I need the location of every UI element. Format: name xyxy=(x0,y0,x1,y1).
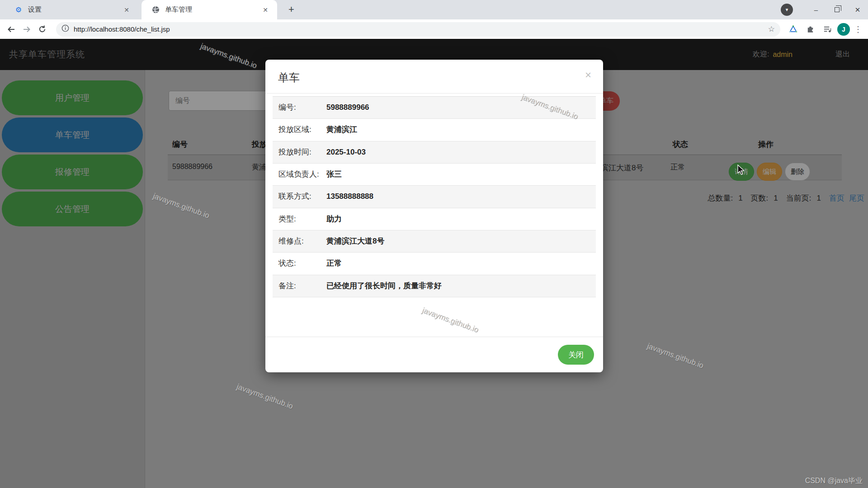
detail-label: 维修点: xyxy=(278,235,321,247)
detail-label: 联系方式: xyxy=(278,191,321,202)
detail-label: 投放区域: xyxy=(278,124,321,136)
detail-row: 联系方式: 13588888888 xyxy=(273,186,596,208)
forward-icon[interactable] xyxy=(19,22,34,37)
new-tab-button[interactable]: + xyxy=(285,4,298,15)
search-tabs-icon[interactable]: ▾ xyxy=(781,4,793,16)
modal-close-button[interactable]: 关闭 xyxy=(558,345,594,365)
close-window-button[interactable]: ✕ xyxy=(847,0,868,19)
extensions-puzzle-icon[interactable] xyxy=(803,22,817,37)
bookmark-star-icon[interactable]: ☆ xyxy=(768,24,775,34)
detail-value: 黄浦滨江 xyxy=(326,124,357,136)
browser-toolbar: http://localhost:8080/che_list.jsp ☆ J ⋮ xyxy=(0,19,868,39)
web-page: 共享单车管理系统 欢迎: admin 退出 用户管理单车管理报修管理公告管理 添… xyxy=(0,39,868,488)
globe-favicon-icon xyxy=(151,6,160,14)
detail-value: 13588888888 xyxy=(326,191,373,202)
extension-area: J ⋮ xyxy=(786,22,863,37)
site-info-icon[interactable] xyxy=(61,24,69,34)
detail-value: 张三 xyxy=(326,169,342,180)
browser-tab-bike-management[interactable]: 单车管理 ✕ xyxy=(142,0,277,19)
detail-label: 投放时间: xyxy=(278,146,321,158)
detail-value: 已经使用了很长时间，质量非常好 xyxy=(326,280,442,292)
detail-value: 5988889966 xyxy=(326,102,369,113)
address-bar[interactable]: http://localhost:8080/che_list.jsp ☆ xyxy=(56,22,780,37)
detail-row: 编号: 5988889966 xyxy=(273,97,596,119)
url-text[interactable]: http://localhost:8080/che_list.jsp xyxy=(74,25,764,33)
detail-value: 2025-10-03 xyxy=(326,146,366,158)
profile-avatar[interactable]: J xyxy=(837,23,850,36)
detail-row: 状态: 正常 xyxy=(273,253,596,275)
tab-close-icon[interactable]: ✕ xyxy=(121,5,132,14)
detail-value: 正常 xyxy=(326,258,342,269)
modal-footer: 关闭 xyxy=(265,337,603,372)
detail-table: 编号: 5988889966 投放区域: 黄浦滨江 投放时间: 2025-10-… xyxy=(273,96,596,297)
gear-favicon-icon: ⚙ xyxy=(14,6,23,14)
tab-label: 设置 xyxy=(28,5,121,14)
modal-close-icon[interactable]: × xyxy=(585,70,591,80)
detail-value: 黄浦滨江大道8号 xyxy=(326,235,384,247)
restore-button[interactable] xyxy=(826,0,847,19)
browser-tab-strip: ⚙ 设置 ✕ 单车管理 ✕ + ▾ – ✕ xyxy=(0,0,868,19)
detail-row: 类型: 助力 xyxy=(273,208,596,230)
window-controls: ▾ – ✕ xyxy=(781,0,868,19)
bike-detail-modal: 单车 × 编号: 5988889966 投放区域: 黄浦滨江 投放时间: 202… xyxy=(265,60,603,372)
detail-label: 编号: xyxy=(278,102,321,113)
detail-label: 区域负责人: xyxy=(278,169,321,180)
detail-label: 类型: xyxy=(278,213,321,225)
detail-label: 备注: xyxy=(278,280,321,292)
browser-tab-settings[interactable]: ⚙ 设置 ✕ xyxy=(5,0,138,19)
detail-label: 状态: xyxy=(278,258,321,269)
detail-row: 区域负责人: 张三 xyxy=(273,164,596,186)
detail-value: 助力 xyxy=(326,213,342,225)
modal-title: 单车 xyxy=(278,71,300,84)
media-playlist-icon[interactable] xyxy=(820,22,835,37)
minimize-button[interactable]: – xyxy=(806,0,826,19)
browser-window: ⚙ 设置 ✕ 单车管理 ✕ + ▾ – ✕ xyxy=(0,0,868,488)
back-icon[interactable] xyxy=(4,22,19,37)
tab-close-icon[interactable]: ✕ xyxy=(260,5,271,14)
tab-label: 单车管理 xyxy=(165,5,260,14)
browser-menu-icon[interactable]: ⋮ xyxy=(853,24,863,34)
detail-row: 投放时间: 2025-10-03 xyxy=(273,141,596,164)
detail-row: 维修点: 黄浦滨江大道8号 xyxy=(273,230,596,253)
antivirus-extension-icon[interactable] xyxy=(786,22,800,37)
reload-icon[interactable] xyxy=(34,22,50,37)
detail-row: 投放区域: 黄浦滨江 xyxy=(273,119,596,141)
detail-row: 备注: 已经使用了很长时间，质量非常好 xyxy=(273,275,596,297)
modal-header: 单车 × xyxy=(265,60,603,94)
